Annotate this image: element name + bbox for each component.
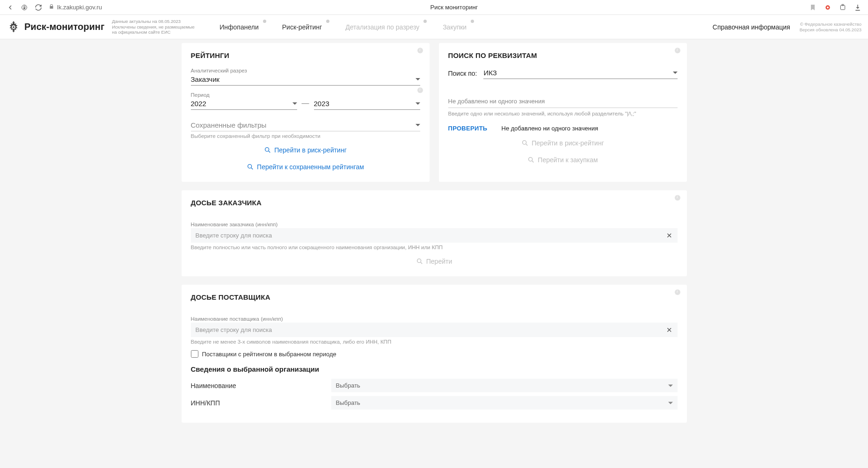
clear-icon[interactable]: ✕ [665, 231, 674, 240]
supplier-rating-checkbox-row[interactable]: Поставщики с рейтингом в выбранном перио… [191, 350, 678, 358]
chevron-down-icon [668, 384, 673, 387]
main-nav: Инфопанели Риск-рейтинг Детализация по р… [210, 21, 476, 34]
check-button[interactable]: ПРОВЕРИТЬ [448, 125, 488, 132]
nav-dot-icon [471, 20, 474, 23]
nav-infopanels[interactable]: Инфопанели [210, 21, 268, 34]
clear-icon[interactable]: ✕ [665, 326, 674, 334]
url-bar[interactable]: lk.zakupki.gov.ru [49, 4, 102, 11]
nav-risk-rating[interactable]: Риск-рейтинг [273, 21, 331, 34]
supplier-rating-checkbox[interactable] [191, 350, 198, 358]
goto-saved-ratings-link[interactable]: Перейти к сохраненным рейтингам [243, 161, 368, 173]
goto-purchases-link-disabled: Перейти к закупкам [524, 154, 601, 166]
requisites-title: ПОИСК ПО РЕКВИЗИТАМ [448, 51, 678, 59]
copyright-info: © Федеральное казначейство Версия обновл… [800, 22, 861, 33]
svg-point-11 [417, 259, 421, 263]
app-title: Риск-мониторинг [24, 22, 104, 32]
ratings-card: РЕЙТИНГИ Аналитический разрез Заказчик П… [182, 43, 430, 182]
supplier-hint: Введите не менее 3-х символов наименован… [191, 339, 678, 345]
chevron-down-icon [292, 102, 297, 105]
svg-rect-4 [842, 4, 844, 6]
chevron-down-icon [416, 78, 420, 80]
saved-filters-hint: Выберите сохраненный фильтр при необходи… [191, 133, 420, 139]
chevron-down-icon [668, 402, 673, 404]
info-icon[interactable] [417, 48, 423, 53]
requisites-empty-msg: Не добавлено ни одного значения [448, 95, 678, 108]
svg-point-8 [248, 165, 252, 168]
yandex-button[interactable] [18, 1, 31, 14]
requisites-hint: Введите одно или несколько значений, исп… [448, 111, 678, 116]
chevron-down-icon [673, 72, 678, 74]
app-header: Риск-мониторинг Данные актуальны на 08.0… [0, 15, 868, 39]
goto-risk-rating-link[interactable]: Перейти в риск-рейтинг [260, 144, 350, 156]
customer-card: ДОСЬЕ ЗАКАЗЧИКА Наименование заказчика (… [182, 190, 687, 276]
svg-point-2 [827, 7, 829, 8]
info-icon[interactable] [675, 48, 680, 53]
data-freshness-info: Данные актуальны на 08.05.2023 Исключены… [112, 19, 196, 36]
nav-dot-icon [423, 20, 427, 23]
back-button[interactable] [4, 1, 17, 14]
goto-risk-rating-link-disabled: Перейти в риск-рейтинг [518, 137, 608, 149]
customer-search-input[interactable] [191, 228, 678, 243]
org-name-select[interactable]: Выбрать [331, 379, 678, 392]
customer-go-link: Перейти [412, 256, 456, 267]
org-inn-label: ИНН/КПП [191, 399, 331, 407]
org-name-label: Наименование [191, 382, 331, 389]
slice-label: Аналитический разрез [191, 68, 420, 73]
saved-filters-select[interactable]: Сохраненные фильтры [191, 120, 420, 131]
supplier-search-input[interactable] [191, 323, 678, 337]
svg-point-7 [265, 148, 269, 151]
period-label: Период [191, 92, 420, 98]
supplier-org-subtitle: Сведения о выбранной организации [191, 365, 678, 373]
chevron-down-icon [416, 102, 420, 105]
svg-point-9 [523, 141, 526, 144]
download-icon[interactable] [851, 1, 864, 14]
info-icon[interactable] [675, 195, 680, 201]
ratings-title: РЕЙТИНГИ [191, 51, 420, 59]
reference-link[interactable]: Справочная информация [713, 23, 790, 31]
period-from-select[interactable]: 2022 [191, 99, 297, 110]
org-inn-select[interactable]: Выбрать [331, 396, 678, 410]
supplier-field-label: Наименование поставщика (инн/кпп) [191, 316, 678, 322]
nav-detail[interactable]: Детализация по разрезу [336, 21, 429, 34]
search-icon [527, 156, 535, 164]
check-result-msg: Не добавлено ни одного значения [502, 125, 598, 132]
nav-dot-icon [326, 20, 329, 23]
lock-icon [49, 4, 54, 11]
emblem-icon [7, 20, 21, 34]
supplier-card: ДОСЬЕ ПОСТАВЩИКА Наименование поставщика… [182, 285, 687, 423]
customer-title: ДОСЬЕ ЗАКАЗЧИКА [191, 199, 678, 207]
svg-rect-3 [840, 5, 845, 9]
browser-toolbar: lk.zakupki.gov.ru Риск мониторинг [0, 0, 868, 15]
info-icon[interactable] [417, 87, 423, 93]
search-icon [264, 146, 271, 154]
customer-field-label: Наименование заказчика (инн/кпп) [191, 222, 678, 227]
customer-hint: Введите полностью или часть полного или … [191, 245, 678, 250]
reload-button[interactable] [32, 1, 45, 14]
nav-dot-icon [263, 20, 266, 23]
period-dash: — [302, 99, 309, 109]
search-icon [521, 139, 529, 147]
tab-title: Риск мониторинг [103, 4, 805, 11]
requisites-card: ПОИСК ПО РЕКВИЗИТАМ Поиск по: ИКЗ Не доб… [439, 43, 687, 182]
notification-icon[interactable] [821, 1, 834, 14]
slice-select[interactable]: Заказчик [191, 74, 420, 86]
svg-point-10 [529, 158, 532, 161]
search-icon [416, 258, 423, 265]
search-icon [247, 163, 254, 171]
supplier-title: ДОСЬЕ ПОСТАВЩИКА [191, 293, 678, 301]
search-by-label: Поиск по: [448, 70, 477, 77]
chevron-down-icon [416, 124, 420, 126]
info-icon[interactable] [675, 289, 680, 295]
bookmark-icon[interactable] [806, 1, 819, 14]
nav-purchases[interactable]: Закупки [433, 21, 476, 34]
extensions-icon[interactable] [836, 1, 849, 14]
period-to-select[interactable]: 2023 [314, 99, 420, 110]
svg-point-6 [13, 26, 15, 28]
url-text: lk.zakupki.gov.ru [57, 4, 102, 11]
search-by-select[interactable]: ИКЗ [483, 68, 677, 79]
